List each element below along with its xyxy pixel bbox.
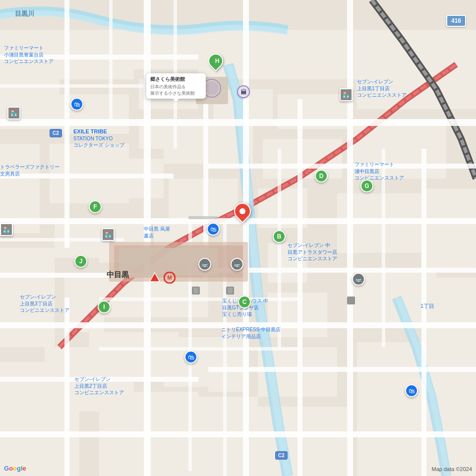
marker-I[interactable]: I — [98, 300, 111, 313]
marunouchi-logo: M — [164, 272, 176, 286]
bag-marker-2: 🛍 — [207, 223, 220, 236]
marker-D[interactable]: D — [315, 170, 328, 182]
label-familymart-koura: ファミリーマート小浦目黒青葉台店コンビニエンスストア — [4, 45, 54, 65]
marker-J[interactable]: J — [74, 255, 87, 268]
c2-badge-top: C2 — [50, 129, 62, 137]
store-marker-3: 🏪 — [340, 88, 353, 101]
svg-rect-79 — [228, 288, 233, 294]
label-seven-kami3[interactable]: セブン-イレブン上目黒3丁目店コンビニエンスストア — [20, 294, 69, 314]
svg-rect-84 — [188, 216, 218, 219]
label-nitori[interactable]: ニトリEXPRESS 中目黒店インテリア用品店 — [221, 326, 281, 340]
route-416-badge: 416 — [446, 15, 466, 27]
marker-C[interactable]: C — [238, 296, 251, 308]
svg-rect-59 — [64, 298, 69, 476]
google-letter-o1: o — [9, 465, 13, 472]
bag-marker-4: 🛍 — [405, 384, 418, 397]
svg-rect-63 — [0, 84, 149, 88]
svg-rect-47 — [0, 431, 476, 437]
marker-H[interactable]: H — [208, 54, 224, 74]
google-letter-o2: o — [13, 465, 17, 472]
store-marker-4: 🚌 — [198, 258, 211, 271]
map-container: 目黒川 ファミリーマート小浦目黒青葉台店コンビニエンスストア 郷さくら美術館日本… — [0, 0, 476, 476]
store-marker-2: 🏪 — [0, 223, 13, 236]
marker-B[interactable]: B — [273, 230, 286, 243]
svg-rect-66 — [99, 347, 298, 351]
marker-F[interactable]: F — [89, 200, 102, 213]
tokyu-logo — [149, 272, 161, 286]
svg-rect-58 — [64, 0, 69, 248]
marker-G[interactable]: G — [360, 179, 373, 192]
svg-rect-77 — [193, 288, 198, 294]
svg-rect-42 — [421, 188, 476, 268]
bag-marker-1: 🛍 — [70, 98, 83, 111]
svg-rect-68 — [278, 149, 281, 347]
station-name-nakameguro: 中目黒 — [107, 270, 129, 280]
c2-badge-bottom: C2 — [275, 451, 288, 460]
svg-rect-62 — [421, 149, 426, 476]
label-familymart-nakameguro[interactable]: ファミリーマート浦中目黒店コンビニエンスストア — [355, 161, 404, 181]
label-seven-atlas[interactable]: セブン-イレブン 中目黒アトラスタワー店コンビニエンスストア — [288, 242, 337, 262]
google-letter-e: e — [23, 465, 26, 472]
label-ichoume: 1丁目 — [420, 302, 434, 309]
museum-icon: 🏛 — [237, 85, 250, 98]
store-marker-5: 🚌 — [231, 258, 243, 271]
svg-rect-80 — [347, 297, 355, 304]
svg-rect-70 — [109, 0, 113, 119]
google-letter-g: G — [4, 465, 9, 472]
label-seven-kami2[interactable]: セブン-イレブン上目黒2丁目店コンビニエンスストア — [74, 376, 124, 396]
svg-rect-61 — [298, 99, 302, 476]
store-marker-6: 🚌 — [352, 273, 365, 286]
store-marker-1: 🏪 — [7, 107, 20, 119]
svg-text:M: M — [167, 275, 172, 281]
svg-rect-57 — [347, 0, 353, 476]
google-letter-g2: g — [17, 465, 21, 472]
label-meguro-river: 目黒川 — [15, 10, 34, 18]
label-exile-tribe[interactable]: EXILE TRIBESTATION TOKYOコレクターズ ショップ — [73, 128, 124, 149]
svg-point-83 — [205, 81, 219, 95]
svg-rect-44 — [0, 119, 476, 126]
svg-rect-43 — [426, 278, 476, 342]
svg-rect-56 — [243, 0, 249, 476]
label-seven-kami1[interactable]: セブン-イレブン上目黒1丁目店コンビニエンスストア — [357, 78, 407, 99]
svg-marker-85 — [150, 273, 160, 282]
label-travelers-factory[interactable]: トラベラーズファクトリー文房具店 — [0, 164, 60, 177]
bag-marker-3: 🛍 — [184, 351, 197, 363]
marker-main-red[interactable] — [234, 203, 252, 226]
label-tsutaya[interactable]: 中目黒 蔦屋書店 — [144, 226, 170, 239]
map-attribution: Map data ©2024 — [432, 466, 473, 472]
info-bubble-sakura: 郷さくら美術館 日本の美術作品を展示する小さな美術館 — [146, 73, 206, 99]
store-marker-7: 🏪 — [102, 228, 115, 241]
google-logo: Google — [4, 465, 26, 472]
